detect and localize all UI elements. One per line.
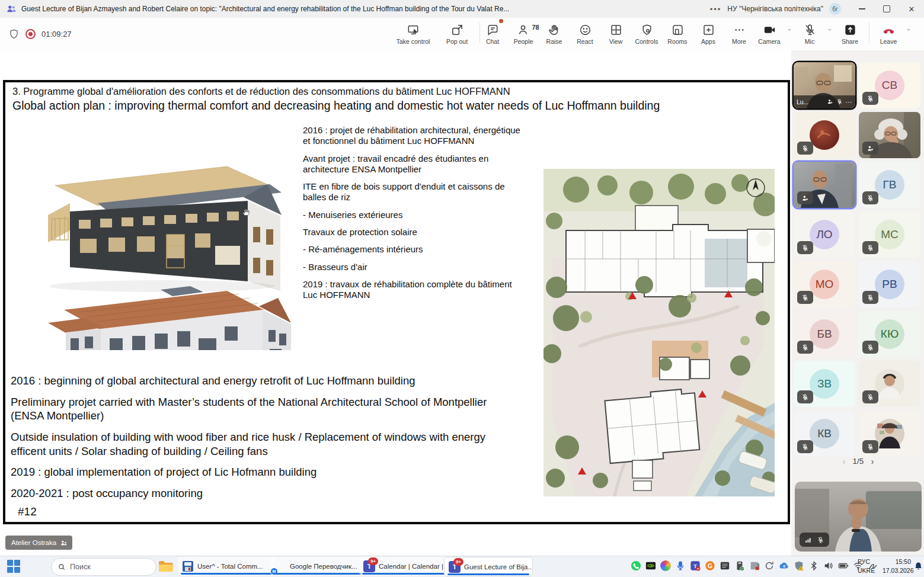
notification-bell-icon[interactable] <box>913 561 923 571</box>
camera-button[interactable]: Camera <box>754 18 785 45</box>
pager-next-icon[interactable]: › <box>871 456 874 466</box>
mic-muted-icon <box>797 291 813 304</box>
participant-tile-КЮ[interactable]: КЮ <box>859 311 920 357</box>
toolbar-item-label: People <box>514 38 533 45</box>
unread-badge: 9+ <box>368 557 378 565</box>
account-avatar[interactable]: бг <box>829 3 841 15</box>
slide-french-text: 2016 : projet de réhabilitation architec… <box>303 125 523 307</box>
participant-tile-МО[interactable]: МО <box>794 261 855 307</box>
taskbar-app-button[interactable]: MGoogle Переводчик... <box>270 557 365 575</box>
toolbar-item-label: Pop out <box>446 38 468 45</box>
language-bottom: UKRE <box>858 566 875 575</box>
tile-name-overlay: Lu...9⋯ <box>794 95 855 108</box>
taskbar-app-active[interactable]: T9+Guest Lecture of Bija... <box>444 557 533 576</box>
taskbar-app-label: Google Переводчик... <box>290 563 357 570</box>
slide-paragraph: - Brasseurs d'air <box>303 262 523 273</box>
chevron-down-icon[interactable] <box>825 18 835 33</box>
participant-tile-КВ[interactable]: КВ <box>794 411 855 457</box>
avatar: ЛО <box>810 220 839 249</box>
rooms-button[interactable]: Rooms <box>662 18 693 45</box>
react-icon <box>578 23 592 37</box>
battery-icon[interactable] <box>837 559 849 572</box>
taskbar-app-button[interactable]: T9+Calendar | Calendar | ... <box>359 557 449 575</box>
mic-button[interactable]: Mic <box>794 18 825 45</box>
participant-video-tile[interactable] <box>859 361 920 407</box>
view-button[interactable]: View <box>600 18 631 45</box>
chevron-down-icon[interactable] <box>904 18 913 33</box>
leave-button[interactable]: Leave <box>873 18 904 45</box>
people-button[interactable]: 78People <box>508 18 539 45</box>
avatar: МС <box>875 220 904 249</box>
participant-video-tile[interactable] <box>859 411 920 457</box>
meeting-timer: 01:09:27 <box>41 30 72 39</box>
cloud-icon[interactable]: e <box>778 559 790 572</box>
more-button[interactable]: More <box>724 18 754 45</box>
bluetooth-icon[interactable] <box>807 559 820 572</box>
participant-tile-ЗВ[interactable]: ЗВ <box>794 361 855 407</box>
avatar: СВ <box>875 70 904 100</box>
toolbar-item-label: Raise <box>546 38 562 45</box>
start-button[interactable] <box>7 560 20 573</box>
mic-muted-icon <box>797 440 813 453</box>
participant-video-tile[interactable]: Lu...9⋯ <box>794 62 855 108</box>
participant-tile-МС[interactable]: МС <box>859 211 920 258</box>
share-button[interactable]: Share <box>835 18 865 45</box>
slide-paragraph: 2016 : projet de réhabilitation architec… <box>303 125 523 147</box>
minimize-button[interactable] <box>849 1 874 18</box>
taskbar-app-label: Guest Lecture of Bija... <box>464 563 533 570</box>
participant-tile-ЛО[interactable]: ЛО <box>794 211 855 258</box>
raise-button[interactable]: Raise <box>539 18 570 45</box>
more-icon[interactable]: ⋯ <box>846 98 853 105</box>
grid-icon[interactable] <box>718 559 731 572</box>
avatar: ЗВ <box>810 369 839 399</box>
react-button[interactable]: React <box>570 18 600 45</box>
card-icon[interactable] <box>748 559 760 572</box>
pager-prev-icon[interactable]: ‹ <box>843 456 846 466</box>
mic-muted-icon <box>862 191 878 204</box>
mic-muted-icon <box>817 536 824 544</box>
people-icon <box>517 23 530 37</box>
volume-icon[interactable] <box>822 559 835 572</box>
shield-warning-icon[interactable]: ! <box>792 559 805 572</box>
screen: Guest Lecture of Bijan Azmayesh and Robe… <box>0 0 924 577</box>
maximize-button[interactable] <box>874 1 899 18</box>
chevron-down-icon[interactable] <box>785 18 794 33</box>
chat-icon <box>486 23 500 37</box>
participant-tile-СВ[interactable]: СВ <box>859 62 920 108</box>
controls-button[interactable]: Controls <box>631 18 662 45</box>
mic-muted-icon <box>862 241 878 254</box>
participant-tile-БВ[interactable]: БВ <box>794 311 855 357</box>
participant-tile-ГВ[interactable]: ГВ <box>859 162 920 208</box>
take-control-button[interactable]: Take control <box>388 18 438 45</box>
sync-icon[interactable] <box>763 559 775 572</box>
participant-tile-РВ[interactable]: РВ <box>859 261 920 307</box>
toolbar-right-group: CameraMicShareLeave <box>754 18 913 50</box>
avatar <box>875 419 904 448</box>
usb-icon[interactable] <box>733 559 746 572</box>
close-button[interactable]: ✕ <box>899 1 924 18</box>
chat-notification-dot <box>499 19 503 23</box>
file-explorer-icon[interactable] <box>158 559 173 573</box>
self-view-tile[interactable] <box>795 482 922 552</box>
taskbar-clock[interactable]: 15:50 17.03.2026 <box>883 557 911 575</box>
nvidia-icon[interactable] <box>644 559 657 572</box>
paint-icon[interactable] <box>659 559 672 572</box>
apps-button[interactable]: Apps <box>693 18 724 45</box>
mic-tray-icon[interactable] <box>674 559 686 572</box>
participant-video-tile[interactable] <box>794 112 855 158</box>
avatar <box>810 120 839 150</box>
language-indicator[interactable]: РУС UKRE <box>858 557 875 575</box>
presenter-badge-icon: 9 <box>862 142 878 155</box>
taskbar-app-button[interactable]: User^ - Total Comm... <box>178 557 275 575</box>
participant-video-tile[interactable]: 9 <box>794 162 855 208</box>
participant-grid: Lu...9⋯СВ99ГВЛОМСМОРВБВКЮЗВКВ <box>794 62 924 457</box>
titlebar-overflow-icon[interactable]: ••• <box>710 5 722 14</box>
people-count: 78 <box>532 24 539 31</box>
participant-video-tile[interactable]: 9 <box>859 112 920 158</box>
search-input[interactable]: Поиск <box>51 558 156 576</box>
pop-out-button[interactable]: Pop out <box>438 18 476 45</box>
g-icon[interactable]: G <box>704 559 716 572</box>
whatsapp-icon[interactable] <box>629 559 642 572</box>
teams-tray-icon[interactable]: T <box>689 559 701 572</box>
chat-button[interactable]: Chat <box>477 18 508 45</box>
